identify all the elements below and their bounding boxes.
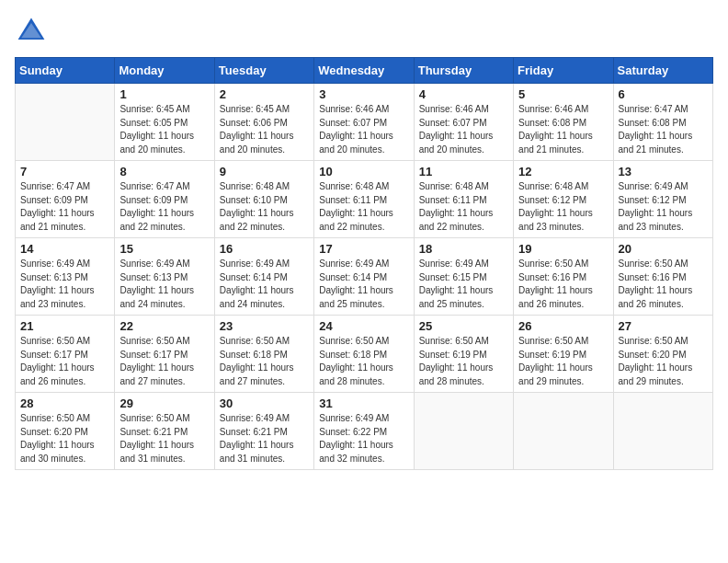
weekday-header-row: SundayMondayTuesdayWednesdayThursdayFrid…	[16, 58, 713, 84]
calendar-cell: 19Sunrise: 6:50 AM Sunset: 6:16 PM Dayli…	[514, 238, 613, 316]
calendar-cell: 7Sunrise: 6:47 AM Sunset: 6:09 PM Daylig…	[16, 161, 115, 238]
day-number: 24	[319, 319, 408, 333]
calendar-cell: 9Sunrise: 6:48 AM Sunset: 6:10 PM Daylig…	[214, 161, 313, 238]
day-info: Sunrise: 6:50 AM Sunset: 6:20 PM Dayligh…	[20, 412, 109, 465]
day-number: 20	[619, 242, 708, 256]
day-info: Sunrise: 6:50 AM Sunset: 6:18 PM Dayligh…	[220, 335, 309, 388]
day-number: 27	[619, 319, 708, 333]
day-number: 29	[119, 396, 209, 410]
weekday-header-sunday: Sunday	[16, 58, 115, 84]
day-info: Sunrise: 6:50 AM Sunset: 6:21 PM Dayligh…	[119, 412, 209, 465]
calendar-week-row-5: 28Sunrise: 6:50 AM Sunset: 6:20 PM Dayli…	[16, 393, 713, 470]
day-info: Sunrise: 6:48 AM Sunset: 6:12 PM Dayligh…	[518, 180, 608, 234]
calendar-cell	[414, 393, 513, 470]
calendar-cell: 24Sunrise: 6:50 AM Sunset: 6:18 PM Dayli…	[314, 316, 414, 393]
day-info: Sunrise: 6:50 AM Sunset: 6:17 PM Dayligh…	[20, 335, 109, 388]
calendar-cell: 26Sunrise: 6:50 AM Sunset: 6:19 PM Dayli…	[514, 316, 613, 393]
calendar-cell: 29Sunrise: 6:50 AM Sunset: 6:21 PM Dayli…	[115, 393, 214, 470]
day-number: 6	[619, 87, 708, 101]
day-number: 21	[20, 319, 109, 333]
calendar-cell: 27Sunrise: 6:50 AM Sunset: 6:20 PM Dayli…	[613, 316, 712, 393]
day-info: Sunrise: 6:48 AM Sunset: 6:11 PM Dayligh…	[319, 180, 408, 234]
calendar-cell: 30Sunrise: 6:49 AM Sunset: 6:21 PM Dayli…	[214, 393, 313, 470]
calendar-cell	[613, 393, 712, 470]
calendar-week-row-4: 21Sunrise: 6:50 AM Sunset: 6:17 PM Dayli…	[16, 316, 713, 393]
day-info: Sunrise: 6:46 AM Sunset: 6:07 PM Dayligh…	[419, 103, 508, 156]
day-number: 12	[518, 165, 608, 178]
day-number: 14	[20, 242, 109, 256]
day-info: Sunrise: 6:49 AM Sunset: 6:22 PM Dayligh…	[319, 412, 408, 465]
day-number: 19	[518, 242, 608, 256]
calendar-cell: 4Sunrise: 6:46 AM Sunset: 6:07 PM Daylig…	[414, 84, 513, 161]
day-info: Sunrise: 6:50 AM Sunset: 6:16 PM Dayligh…	[518, 258, 608, 311]
day-info: Sunrise: 6:49 AM Sunset: 6:14 PM Dayligh…	[319, 258, 408, 311]
weekday-header-friday: Friday	[514, 58, 613, 84]
calendar-week-row-3: 14Sunrise: 6:49 AM Sunset: 6:13 PM Dayli…	[16, 238, 713, 316]
day-info: Sunrise: 6:45 AM Sunset: 6:05 PM Dayligh…	[119, 103, 209, 156]
day-number: 22	[119, 319, 209, 333]
day-number: 11	[419, 165, 508, 178]
calendar-cell: 10Sunrise: 6:48 AM Sunset: 6:11 PM Dayli…	[314, 161, 414, 238]
day-number: 25	[419, 319, 508, 333]
day-number: 8	[119, 165, 209, 178]
day-info: Sunrise: 6:49 AM Sunset: 6:21 PM Dayligh…	[220, 412, 309, 465]
calendar-cell: 25Sunrise: 6:50 AM Sunset: 6:19 PM Dayli…	[414, 316, 513, 393]
calendar-cell: 11Sunrise: 6:48 AM Sunset: 6:11 PM Dayli…	[414, 161, 513, 238]
calendar-cell	[514, 393, 613, 470]
page-header	[15, 15, 713, 48]
weekday-header-wednesday: Wednesday	[314, 58, 414, 84]
logo	[15, 15, 51, 48]
calendar-cell: 23Sunrise: 6:50 AM Sunset: 6:18 PM Dayli…	[214, 316, 313, 393]
day-info: Sunrise: 6:49 AM Sunset: 6:13 PM Dayligh…	[119, 258, 209, 311]
day-info: Sunrise: 6:46 AM Sunset: 6:08 PM Dayligh…	[518, 103, 608, 156]
day-info: Sunrise: 6:49 AM Sunset: 6:14 PM Dayligh…	[220, 258, 309, 311]
calendar-cell: 18Sunrise: 6:49 AM Sunset: 6:15 PM Dayli…	[414, 238, 513, 316]
calendar-cell: 8Sunrise: 6:47 AM Sunset: 6:09 PM Daylig…	[115, 161, 214, 238]
day-info: Sunrise: 6:46 AM Sunset: 6:07 PM Dayligh…	[319, 103, 408, 156]
day-number: 23	[220, 319, 309, 333]
day-number: 4	[419, 87, 508, 101]
weekday-header-thursday: Thursday	[414, 58, 513, 84]
day-info: Sunrise: 6:50 AM Sunset: 6:18 PM Dayligh…	[319, 335, 408, 388]
day-number: 17	[319, 242, 408, 256]
calendar-cell: 21Sunrise: 6:50 AM Sunset: 6:17 PM Dayli…	[16, 316, 115, 393]
calendar-cell: 20Sunrise: 6:50 AM Sunset: 6:16 PM Dayli…	[613, 238, 712, 316]
day-number: 30	[220, 396, 309, 410]
calendar-cell: 17Sunrise: 6:49 AM Sunset: 6:14 PM Dayli…	[314, 238, 414, 316]
calendar-cell: 3Sunrise: 6:46 AM Sunset: 6:07 PM Daylig…	[314, 84, 414, 161]
calendar-cell: 16Sunrise: 6:49 AM Sunset: 6:14 PM Dayli…	[214, 238, 313, 316]
calendar-cell: 1Sunrise: 6:45 AM Sunset: 6:05 PM Daylig…	[115, 84, 214, 161]
calendar-cell: 5Sunrise: 6:46 AM Sunset: 6:08 PM Daylig…	[514, 84, 613, 161]
day-info: Sunrise: 6:49 AM Sunset: 6:15 PM Dayligh…	[419, 258, 508, 311]
calendar-cell: 22Sunrise: 6:50 AM Sunset: 6:17 PM Dayli…	[115, 316, 214, 393]
calendar-cell: 12Sunrise: 6:48 AM Sunset: 6:12 PM Dayli…	[514, 161, 613, 238]
calendar-cell: 31Sunrise: 6:49 AM Sunset: 6:22 PM Dayli…	[314, 393, 414, 470]
weekday-header-tuesday: Tuesday	[214, 58, 313, 84]
day-info: Sunrise: 6:48 AM Sunset: 6:10 PM Dayligh…	[220, 180, 309, 234]
calendar-table: SundayMondayTuesdayWednesdayThursdayFrid…	[15, 57, 713, 470]
day-info: Sunrise: 6:50 AM Sunset: 6:20 PM Dayligh…	[619, 335, 708, 388]
day-number: 9	[220, 165, 309, 178]
day-number: 13	[619, 165, 708, 178]
day-info: Sunrise: 6:49 AM Sunset: 6:13 PM Dayligh…	[20, 258, 109, 311]
calendar-cell: 2Sunrise: 6:45 AM Sunset: 6:06 PM Daylig…	[214, 84, 313, 161]
day-number: 1	[119, 87, 209, 101]
calendar-cell: 15Sunrise: 6:49 AM Sunset: 6:13 PM Dayli…	[115, 238, 214, 316]
day-info: Sunrise: 6:45 AM Sunset: 6:06 PM Dayligh…	[220, 103, 309, 156]
day-number: 18	[419, 242, 508, 256]
day-info: Sunrise: 6:50 AM Sunset: 6:19 PM Dayligh…	[518, 335, 608, 388]
calendar-week-row-2: 7Sunrise: 6:47 AM Sunset: 6:09 PM Daylig…	[16, 161, 713, 238]
calendar-cell: 6Sunrise: 6:47 AM Sunset: 6:08 PM Daylig…	[613, 84, 712, 161]
day-info: Sunrise: 6:50 AM Sunset: 6:19 PM Dayligh…	[419, 335, 508, 388]
day-info: Sunrise: 6:49 AM Sunset: 6:12 PM Dayligh…	[619, 180, 708, 234]
day-info: Sunrise: 6:48 AM Sunset: 6:11 PM Dayligh…	[419, 180, 508, 234]
calendar-cell: 14Sunrise: 6:49 AM Sunset: 6:13 PM Dayli…	[16, 238, 115, 316]
calendar-cell	[16, 84, 115, 161]
logo-icon	[15, 15, 48, 48]
day-number: 15	[119, 242, 209, 256]
day-number: 28	[20, 396, 109, 410]
day-number: 16	[220, 242, 309, 256]
day-number: 3	[319, 87, 408, 101]
weekday-header-monday: Monday	[115, 58, 214, 84]
day-info: Sunrise: 6:47 AM Sunset: 6:09 PM Dayligh…	[119, 180, 209, 234]
